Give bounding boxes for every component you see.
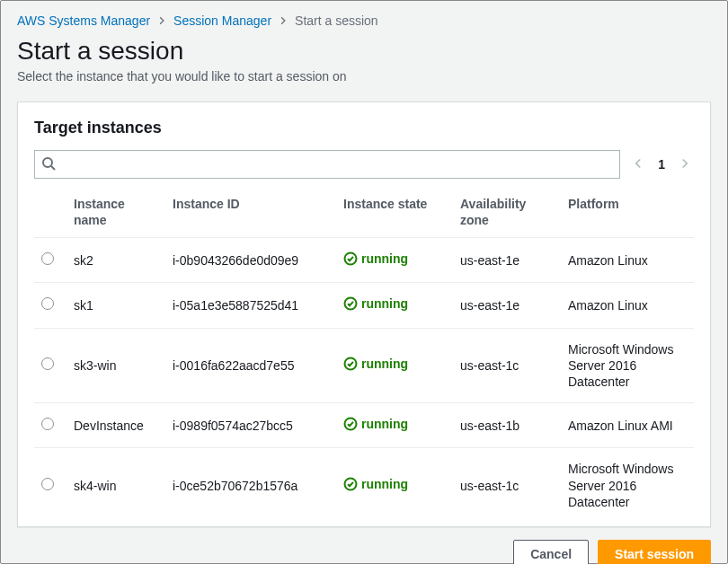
cell-instance-state: running (336, 403, 453, 448)
table-row[interactable]: sk2 i-0b9043266de0d09e9 running us-east-… (34, 238, 694, 283)
page-actions: Cancel Start session (17, 540, 711, 564)
select-instance-radio[interactable] (41, 297, 54, 310)
svg-line-1 (51, 166, 55, 170)
start-session-button[interactable]: Start session (598, 540, 711, 564)
breadcrumb-link-session-manager[interactable]: Session Manager (173, 13, 271, 28)
table-row[interactable]: sk1 i-05a1e3e5887525d41 running us-east-… (34, 283, 694, 328)
pager: 1 (629, 154, 694, 175)
table-row[interactable]: DevInstance i-0989f0574ac27bcc5 running … (34, 403, 694, 448)
svg-point-0 (43, 158, 52, 167)
cell-instance-state: running (336, 448, 453, 523)
check-circle-icon (343, 296, 358, 311)
cell-instance-id: i-0989f0574ac27bcc5 (165, 403, 336, 448)
col-header-state[interactable]: Instance state (336, 188, 453, 238)
cell-instance-az: us-east-1b (453, 403, 561, 448)
col-header-platform[interactable]: Platform (561, 188, 694, 238)
cell-instance-az: us-east-1c (453, 448, 561, 523)
cell-instance-state: running (336, 238, 453, 283)
cell-instance-id: i-0ce52b70672b1576a (165, 448, 336, 523)
col-header-name[interactable]: Instance name (67, 188, 165, 238)
check-circle-icon (343, 357, 358, 371)
table-row[interactable]: sk3-win i-0016fa622aacd7e55 running us-e… (34, 328, 694, 403)
col-header-id[interactable]: Instance ID (165, 188, 336, 238)
cell-instance-state: running (336, 283, 453, 328)
state-label: running (361, 476, 408, 492)
breadcrumb: AWS Systems Manager Session Manager Star… (17, 13, 711, 28)
cell-instance-az: us-east-1c (453, 328, 561, 403)
cell-instance-name: sk3-win (67, 328, 165, 403)
cell-instance-az: us-east-1e (453, 238, 561, 283)
breadcrumb-link-systems-manager[interactable]: AWS Systems Manager (17, 13, 150, 28)
panel-toolbar: 1 (34, 150, 694, 179)
table-row[interactable]: sk4-win i-0ce52b70672b1576a running us-e… (34, 448, 694, 523)
page-subtitle: Select the instance that you would like … (17, 69, 711, 84)
target-instances-panel: Target instances 1 (17, 101, 711, 527)
panel-title: Target instances (34, 119, 694, 137)
cell-instance-id: i-0b9043266de0d09e9 (165, 238, 336, 283)
check-circle-icon (343, 417, 358, 431)
pager-prev-button[interactable] (629, 154, 647, 175)
search-icon (41, 156, 56, 174)
state-label: running (361, 251, 408, 267)
select-instance-radio[interactable] (41, 252, 54, 265)
select-instance-radio[interactable] (41, 357, 54, 370)
cell-instance-platform: Amazon Linux AMI (561, 403, 694, 448)
check-circle-icon (343, 251, 358, 266)
state-label: running (361, 295, 408, 312)
page-root: AWS Systems Manager Session Manager Star… (0, 0, 728, 564)
cancel-button[interactable]: Cancel (513, 540, 589, 564)
pager-next-button[interactable] (676, 154, 694, 175)
check-circle-icon (343, 477, 358, 491)
cell-instance-name: sk2 (67, 238, 165, 283)
search-wrap (34, 150, 620, 179)
pager-page-number: 1 (658, 157, 665, 172)
page-title: Start a session (17, 37, 711, 66)
cell-instance-platform: Microsoft Windows Server 2016 Datacenter (561, 328, 694, 403)
col-header-az[interactable]: Availability zone (453, 188, 561, 238)
state-label: running (361, 356, 408, 372)
cell-instance-name: sk4-win (67, 448, 165, 523)
search-input[interactable] (34, 150, 620, 179)
breadcrumb-current: Start a session (295, 13, 378, 28)
select-instance-radio[interactable] (41, 478, 54, 490)
cell-instance-name: DevInstance (67, 403, 165, 448)
select-instance-radio[interactable] (41, 418, 54, 430)
cell-instance-name: sk1 (67, 283, 165, 328)
cell-instance-state: running (336, 328, 453, 403)
cell-instance-platform: Amazon Linux (561, 238, 694, 283)
cell-instance-platform: Amazon Linux (561, 283, 694, 328)
instances-table: Instance name Instance ID Instance state… (34, 188, 694, 523)
cell-instance-platform: Microsoft Windows Server 2016 Datacenter (561, 448, 694, 523)
cell-instance-id: i-0016fa622aacd7e55 (165, 328, 336, 403)
chevron-right-icon (279, 13, 288, 28)
table-header-row: Instance name Instance ID Instance state… (34, 188, 694, 238)
cell-instance-id: i-05a1e3e5887525d41 (165, 283, 336, 328)
cell-instance-az: us-east-1e (453, 283, 561, 328)
chevron-right-icon (157, 13, 166, 28)
state-label: running (361, 416, 408, 432)
